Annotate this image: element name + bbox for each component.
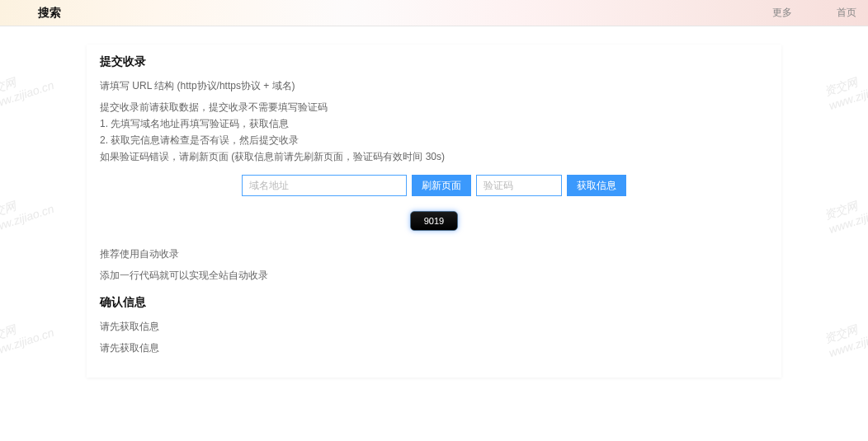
step-1: 1. 先填写域名地址再填写验证码，获取信息 <box>100 115 768 132</box>
auto-include-reco-2: 添加一行代码就可以实现全站自动收录 <box>100 267 768 284</box>
refresh-button[interactable]: 刷新页面 <box>412 175 471 196</box>
captcha-error-hint: 如果验证码错误，请刷新页面 (获取信息前请先刷新页面，验证码有效时间 30s) <box>100 148 768 165</box>
confirm-info-2: 请先获取信息 <box>100 340 768 356</box>
brand-title: 搜索 <box>38 6 61 21</box>
section-title-confirm: 确认信息 <box>100 295 768 310</box>
watermark: 资交网 www.zijiao.cn <box>823 312 868 359</box>
submit-form-row: 刷新页面 获取信息 <box>100 175 768 196</box>
step-2: 2. 获取完信息请检查是否有误，然后提交收录 <box>100 132 768 148</box>
watermark: 资交网 www.zijiao.cn <box>823 188 868 236</box>
url-structure-hint: 请填写 URL 结构 (http协议/https协议 + 域名) <box>100 77 768 94</box>
watermark: 资交网 www.zijiao.cn <box>0 64 55 112</box>
fetch-info-button[interactable]: 获取信息 <box>567 175 626 196</box>
watermark: 资交网 www.zijiao.cn <box>823 64 868 112</box>
captcha-input[interactable] <box>476 175 562 196</box>
watermark: 资交网 www.zijiao.cn <box>0 188 55 236</box>
nav-more[interactable]: 更多 <box>772 6 792 20</box>
auto-include-reco-1: 推荐使用自动收录 <box>100 246 768 262</box>
watermark: 资交网 www.zijiao.cn <box>0 312 55 359</box>
section-title-submit: 提交收录 <box>100 54 768 69</box>
confirm-info-1: 请先获取信息 <box>100 318 768 335</box>
domain-input[interactable] <box>242 175 407 196</box>
main-card: 提交收录 请填写 URL 结构 (http协议/https协议 + 域名) 提交… <box>87 45 781 378</box>
top-nav: 搜索 更多 首页 <box>0 0 868 26</box>
nav-home[interactable]: 首页 <box>837 6 856 20</box>
captcha-toast: 9019 <box>410 211 458 231</box>
pre-fetch-hint: 提交收录前请获取数据，提交收录不需要填写验证码 <box>100 99 768 115</box>
